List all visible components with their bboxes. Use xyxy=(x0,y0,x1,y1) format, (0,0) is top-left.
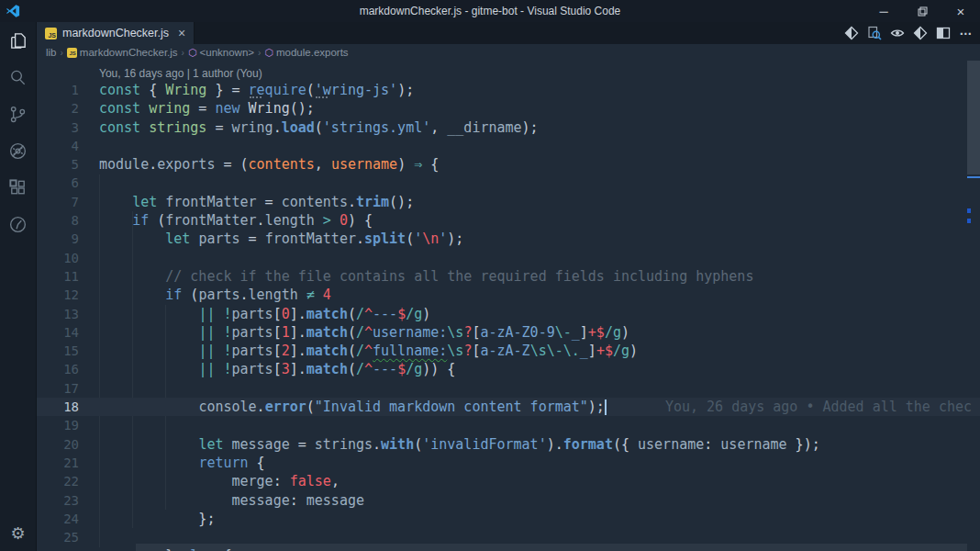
line-number: 4 xyxy=(37,137,99,155)
breadcrumb-label: markdownChecker.js xyxy=(80,47,178,58)
breadcrumb-item-lib[interactable]: lib xyxy=(46,47,57,58)
restore-button[interactable] xyxy=(903,0,941,22)
code-line: 6 xyxy=(37,174,980,192)
line-number: 25 xyxy=(37,528,99,546)
search-editor-icon xyxy=(867,26,882,40)
compare-diamond-icon xyxy=(913,26,928,40)
line-number: 7 xyxy=(37,193,99,211)
line-number: 1 xyxy=(37,81,99,99)
gitlens-compass-icon xyxy=(7,214,28,235)
breadcrumb-label: module.exports xyxy=(276,47,349,58)
codelens-annotation[interactable]: You, 16 days ago | 1 author (You) xyxy=(37,62,980,81)
overview-ruler-change-marker xyxy=(967,208,971,213)
activity-bar: ⚙ xyxy=(0,22,37,551)
code-line: 14 || !parts[1].match(/^username:\s?[a-z… xyxy=(37,323,980,342)
vertical-scrollbar[interactable] xyxy=(967,61,980,551)
vscode-window: markdownChecker.js - gitme-bot - Visual … xyxy=(0,0,980,551)
line-number: 14 xyxy=(37,323,99,342)
sidebar-item-run-debug[interactable] xyxy=(0,132,37,169)
line-number: 11 xyxy=(37,267,99,286)
line-number: 3 xyxy=(37,118,99,137)
code-line: 23 message: message xyxy=(37,491,980,510)
compare-revision-button[interactable] xyxy=(912,25,929,41)
js-file-icon: JS xyxy=(45,28,57,39)
breadcrumb-item-module-exports[interactable]: ⬡ module.exports xyxy=(264,47,348,59)
editor-actions: ⋯ xyxy=(843,22,974,44)
title-bar: markdownChecker.js - gitme-bot - Visual … xyxy=(0,0,980,22)
git-branch-icon xyxy=(7,104,28,125)
eye-blame-icon xyxy=(890,26,905,40)
js-file-icon: JS xyxy=(67,48,77,58)
code-line: 2const wring = new Wring(); xyxy=(37,99,980,118)
line-number: 20 xyxy=(37,435,99,454)
line-number: 13 xyxy=(37,305,99,323)
search-editor-button[interactable] xyxy=(866,25,883,41)
toggle-blame-button[interactable] xyxy=(889,25,906,41)
tab-markdownchecker[interactable]: JS markdownChecker.js × xyxy=(37,22,195,44)
overview-ruler-cursor-marker xyxy=(967,176,980,178)
line-number: 6 xyxy=(37,174,99,192)
files-icon xyxy=(7,30,28,51)
line-number: 23 xyxy=(37,491,99,510)
breadcrumb-item-file[interactable]: JS markdownChecker.js xyxy=(67,47,178,58)
line-number: 9 xyxy=(37,230,99,248)
code-line: 7 let frontMatter = contents.trim(); xyxy=(37,193,980,211)
minimize-button[interactable]: ─ xyxy=(864,0,903,22)
line-number: 18 xyxy=(37,398,99,416)
manage-gear-button[interactable]: ⚙ xyxy=(0,516,37,551)
window-title: markdownChecker.js - gitme-bot - Visual … xyxy=(0,5,980,17)
code-line: 5module.exports = (contents, username) ⇒… xyxy=(37,155,980,174)
scrollbar-thumb[interactable] xyxy=(967,61,980,174)
chevron-right-icon: › xyxy=(182,48,184,58)
code-line: 21 return { xyxy=(37,454,980,472)
code-line: 24 }; xyxy=(37,510,980,528)
line-number: 15 xyxy=(37,342,99,360)
code-line: 3const strings = wring.load('strings.yml… xyxy=(37,118,980,137)
restore-icon xyxy=(918,6,928,17)
blame-annotation: You, 26 days ago • Added all the chec xyxy=(607,399,972,415)
symbol-namespace-icon: ⬡ xyxy=(188,47,197,59)
overview-ruler-change-marker xyxy=(967,219,971,223)
code-line: 11 // check if the file contains all the… xyxy=(37,267,980,286)
code-line: 20 let message = strings.with('invalidFo… xyxy=(37,435,980,454)
code-editor[interactable]: You, 16 days ago | 1 author (You) 1const… xyxy=(37,61,980,551)
tab-close-icon[interactable]: × xyxy=(178,27,185,39)
close-button[interactable]: × xyxy=(941,0,980,22)
line-number: 24 xyxy=(37,510,99,528)
debug-icon xyxy=(7,141,28,162)
line-number: 17 xyxy=(37,379,99,398)
open-changes-button[interactable] xyxy=(843,25,860,41)
line-number: 26 xyxy=(37,546,99,551)
code-line: 16 || !parts[3].match(/^---$/g)) { xyxy=(37,360,980,378)
split-editor-button[interactable] xyxy=(935,25,952,41)
close-icon: × xyxy=(957,4,965,19)
code-line: 4 xyxy=(37,137,980,155)
extensions-icon xyxy=(7,177,28,198)
code-line: 10 xyxy=(37,249,980,267)
sidebar-item-extensions[interactable] xyxy=(0,169,37,206)
sidebar-item-source-control[interactable] xyxy=(0,96,37,132)
breadcrumb-label: lib xyxy=(46,47,57,58)
breadcrumb-item-unknown[interactable]: ⬡ <unknown> xyxy=(188,47,254,59)
code-lines: 1const { Wring } = require('wring-js');2… xyxy=(37,81,980,551)
tab-bar: JS markdownChecker.js × xyxy=(37,22,980,44)
code-line: 22 merge: false, xyxy=(37,472,980,490)
gear-icon: ⚙ xyxy=(10,523,25,544)
sidebar-item-gitlens[interactable] xyxy=(0,206,37,242)
code-line: 15 || !parts[2].match(/^fullname:\s?[a-z… xyxy=(37,342,980,360)
horizontal-scrollbar[interactable] xyxy=(136,544,967,551)
sidebar-item-explorer[interactable] xyxy=(0,22,37,59)
code-line: 9 let parts = frontMatter.split('\n'); xyxy=(37,230,980,248)
minimize-icon: ─ xyxy=(879,5,887,18)
sidebar-item-search[interactable] xyxy=(0,59,37,96)
symbol-namespace-icon: ⬡ xyxy=(264,47,273,59)
code-line: 1const { Wring } = require('wring-js'); xyxy=(37,81,980,99)
line-number: 8 xyxy=(37,211,99,230)
chevron-right-icon: › xyxy=(258,48,261,58)
open-changes-icon xyxy=(844,26,859,40)
line-number: 22 xyxy=(37,472,99,490)
breadcrumb-label: <unknown> xyxy=(200,47,254,58)
code-line: 19 xyxy=(37,416,980,434)
more-actions-button[interactable]: ⋯ xyxy=(958,25,974,41)
line-number: 21 xyxy=(37,454,99,472)
